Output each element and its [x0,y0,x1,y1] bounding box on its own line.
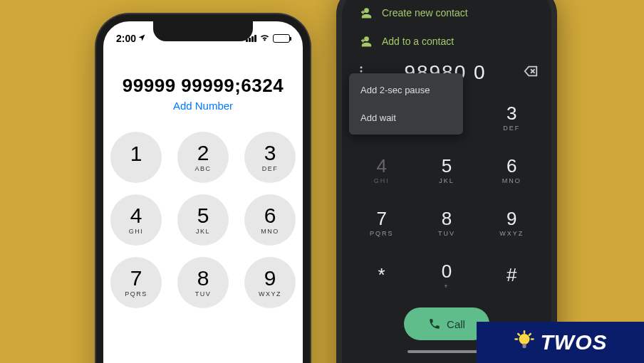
key-3[interactable]: 3DEF [244,132,296,183]
svg-point-1 [360,70,363,73]
iphone-dialer: 2:00 99999 99999;6324 Add Number 1 2ABC … [96,14,310,363]
call-label: Call [447,318,465,330]
akey-6[interactable]: 6MNO [481,145,543,195]
options-popup: Add 2-sec pause Add wait [349,73,463,135]
android-dialer: Create new contact Add to a contact 9898… [336,0,557,363]
svg-point-3 [519,334,529,344]
iphone-keypad: 1 2ABC 3DEF 4GHI 5JKL 6MNO 7PQRS 8TUV 9W… [103,132,303,308]
add-to-contact-label: Add to a contact [382,36,454,47]
twos-badge: TWOS [477,322,644,363]
akey-4[interactable]: 4GHI [350,145,412,195]
key-7[interactable]: 7PQRS [110,257,162,308]
twos-text: TWOS [541,330,608,354]
iphone-notch [153,21,253,41]
add-to-contact-button[interactable]: Add to a contact [353,27,540,56]
backspace-icon[interactable] [523,63,539,82]
key-5[interactable]: 5JKL [177,194,229,246]
key-6[interactable]: 6MNO [244,194,296,246]
add-wait-item[interactable]: Add wait [349,104,463,132]
key-4[interactable]: 4GHI [110,194,162,246]
akey-9[interactable]: 9WXYZ [481,198,543,248]
akey-8[interactable]: 8TUV [415,198,477,248]
key-8[interactable]: 8TUV [177,257,229,308]
akey-3[interactable]: 3DEF [481,93,543,142]
wifi-icon [259,32,270,45]
akey-hash[interactable]: # [481,251,543,300]
number-display: 99999 99999;6324 Add Number [103,75,303,112]
akey-0[interactable]: 0+ [415,251,477,300]
status-time: 2:00 [116,33,136,44]
add-pause-item[interactable]: Add 2-sec pause [349,76,463,104]
create-contact-label: Create new contact [382,7,468,19]
add-number-button[interactable]: Add Number [103,100,303,112]
create-contact-button[interactable]: Create new contact [353,0,540,27]
battery-icon [273,34,290,43]
location-icon [137,33,146,44]
key-1[interactable]: 1 [110,132,162,183]
lightbulb-icon [514,330,535,354]
key-2[interactable]: 2ABC [177,132,229,183]
svg-rect-4 [522,344,526,348]
dialed-number: 99999 99999;6324 [103,75,303,97]
key-9[interactable]: 9WXYZ [244,257,296,308]
akey-7[interactable]: 7PQRS [350,198,412,248]
akey-5[interactable]: 5JKL [415,145,477,195]
akey-star[interactable]: * [350,251,412,300]
home-indicator [407,350,486,353]
svg-point-0 [360,66,363,68]
